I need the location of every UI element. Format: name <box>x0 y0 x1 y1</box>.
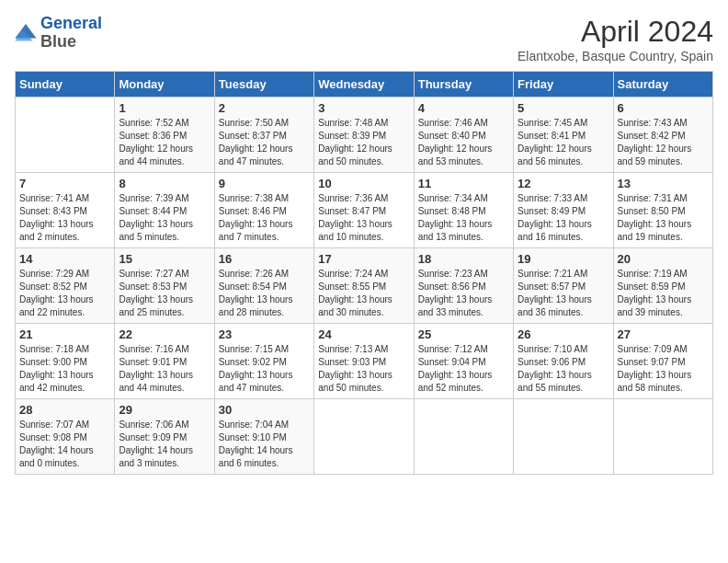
week-row-2: 7 Sunrise: 7:41 AMSunset: 8:43 PMDayligh… <box>16 173 713 248</box>
day-number: 14 <box>19 252 110 266</box>
day-cell: 30 Sunrise: 7:04 AMSunset: 9:10 PMDaylig… <box>214 399 313 475</box>
day-number: 5 <box>518 101 609 115</box>
day-number: 25 <box>418 327 509 341</box>
day-info: Sunrise: 7:23 AMSunset: 8:56 PMDaylight:… <box>418 268 509 319</box>
weekday-header-friday: Friday <box>514 72 613 98</box>
day-number: 28 <box>19 403 110 417</box>
day-cell: 2 Sunrise: 7:50 AMSunset: 8:37 PMDayligh… <box>214 98 313 173</box>
day-cell: 7 Sunrise: 7:41 AMSunset: 8:43 PMDayligh… <box>16 173 115 248</box>
day-cell: 21 Sunrise: 7:18 AMSunset: 9:00 PMDaylig… <box>16 324 115 399</box>
day-cell: 17 Sunrise: 7:24 AMSunset: 8:55 PMDaylig… <box>314 248 414 324</box>
day-cell: 22 Sunrise: 7:16 AMSunset: 9:01 PMDaylig… <box>115 324 214 399</box>
location-title: Elantxobe, Basque Country, Spain <box>518 49 713 63</box>
day-number: 10 <box>318 177 409 190</box>
day-cell <box>414 399 513 475</box>
day-info: Sunrise: 7:04 AMSunset: 9:10 PMDaylight:… <box>219 419 310 470</box>
day-number: 17 <box>318 252 409 266</box>
day-number: 23 <box>219 327 310 341</box>
day-cell: 26 Sunrise: 7:10 AMSunset: 9:06 PMDaylig… <box>514 324 613 399</box>
day-info: Sunrise: 7:45 AMSunset: 8:41 PMDaylight:… <box>518 117 609 168</box>
day-cell: 19 Sunrise: 7:21 AMSunset: 8:57 PMDaylig… <box>514 248 613 324</box>
day-info: Sunrise: 7:10 AMSunset: 9:06 PMDaylight:… <box>518 343 609 395</box>
day-number: 6 <box>618 101 709 115</box>
day-number: 21 <box>19 327 110 341</box>
day-number: 20 <box>618 252 709 266</box>
day-number: 18 <box>418 252 509 266</box>
day-number: 4 <box>418 101 509 115</box>
day-cell <box>514 399 613 475</box>
day-info: Sunrise: 7:29 AMSunset: 8:52 PMDaylight:… <box>19 268 110 319</box>
day-cell: 3 Sunrise: 7:48 AMSunset: 8:39 PMDayligh… <box>314 98 414 173</box>
day-number: 19 <box>518 252 609 266</box>
day-number: 22 <box>119 327 210 341</box>
month-title: April 2024 <box>518 15 713 49</box>
day-number: 9 <box>219 177 310 190</box>
day-info: Sunrise: 7:50 AMSunset: 8:37 PMDaylight:… <box>219 117 310 168</box>
day-cell: 15 Sunrise: 7:27 AMSunset: 8:53 PMDaylig… <box>115 248 214 324</box>
day-info: Sunrise: 7:33 AMSunset: 8:49 PMDaylight:… <box>518 192 609 244</box>
day-number: 3 <box>318 101 409 115</box>
day-cell: 4 Sunrise: 7:46 AMSunset: 8:40 PMDayligh… <box>414 98 513 173</box>
day-cell: 23 Sunrise: 7:15 AMSunset: 9:02 PMDaylig… <box>214 324 313 399</box>
logo: General Blue <box>15 15 102 52</box>
week-row-1: 1 Sunrise: 7:52 AMSunset: 8:36 PMDayligh… <box>16 98 713 173</box>
day-number: 12 <box>518 177 609 190</box>
day-cell: 29 Sunrise: 7:06 AMSunset: 9:09 PMDaylig… <box>115 399 214 475</box>
day-number: 11 <box>418 177 509 190</box>
weekday-header-saturday: Saturday <box>613 72 712 98</box>
day-info: Sunrise: 7:43 AMSunset: 8:42 PMDaylight:… <box>618 117 709 168</box>
day-info: Sunrise: 7:24 AMSunset: 8:55 PMDaylight:… <box>318 268 409 319</box>
day-info: Sunrise: 7:46 AMSunset: 8:40 PMDaylight:… <box>418 117 509 168</box>
logo-line1: General <box>40 14 102 32</box>
day-number: 27 <box>618 327 709 341</box>
day-info: Sunrise: 7:07 AMSunset: 9:08 PMDaylight:… <box>19 419 110 470</box>
day-info: Sunrise: 7:41 AMSunset: 8:43 PMDaylight:… <box>19 192 110 244</box>
day-info: Sunrise: 7:38 AMSunset: 8:46 PMDaylight:… <box>219 192 310 244</box>
day-info: Sunrise: 7:39 AMSunset: 8:44 PMDaylight:… <box>119 192 210 244</box>
day-info: Sunrise: 7:15 AMSunset: 9:02 PMDaylight:… <box>219 343 310 395</box>
day-cell <box>16 98 115 173</box>
day-info: Sunrise: 7:27 AMSunset: 8:53 PMDaylight:… <box>119 268 210 319</box>
day-cell: 12 Sunrise: 7:33 AMSunset: 8:49 PMDaylig… <box>514 173 613 248</box>
day-number: 24 <box>318 327 409 341</box>
day-cell: 24 Sunrise: 7:13 AMSunset: 9:03 PMDaylig… <box>314 324 414 399</box>
logo-line2: Blue <box>40 32 76 51</box>
day-info: Sunrise: 7:09 AMSunset: 9:07 PMDaylight:… <box>618 343 709 395</box>
day-cell: 25 Sunrise: 7:12 AMSunset: 9:04 PMDaylig… <box>414 324 513 399</box>
weekday-header-monday: Monday <box>115 72 214 98</box>
day-cell: 11 Sunrise: 7:34 AMSunset: 8:48 PMDaylig… <box>414 173 513 248</box>
day-cell <box>314 399 414 475</box>
day-cell: 10 Sunrise: 7:36 AMSunset: 8:47 PMDaylig… <box>314 173 414 248</box>
day-info: Sunrise: 7:36 AMSunset: 8:47 PMDaylight:… <box>318 192 409 244</box>
day-cell: 20 Sunrise: 7:19 AMSunset: 8:59 PMDaylig… <box>613 248 712 324</box>
day-cell: 13 Sunrise: 7:31 AMSunset: 8:50 PMDaylig… <box>613 173 712 248</box>
logo-icon <box>15 24 37 42</box>
day-cell: 27 Sunrise: 7:09 AMSunset: 9:07 PMDaylig… <box>613 324 712 399</box>
day-info: Sunrise: 7:12 AMSunset: 9:04 PMDaylight:… <box>418 343 509 395</box>
day-cell <box>613 399 712 475</box>
weekday-header-thursday: Thursday <box>414 72 513 98</box>
day-number: 2 <box>219 101 310 115</box>
weekday-header-row: SundayMondayTuesdayWednesdayThursdayFrid… <box>16 72 713 98</box>
day-info: Sunrise: 7:18 AMSunset: 9:00 PMDaylight:… <box>19 343 110 395</box>
day-cell: 28 Sunrise: 7:07 AMSunset: 9:08 PMDaylig… <box>16 399 115 475</box>
day-cell: 6 Sunrise: 7:43 AMSunset: 8:42 PMDayligh… <box>613 98 712 173</box>
day-cell: 16 Sunrise: 7:26 AMSunset: 8:54 PMDaylig… <box>214 248 313 324</box>
day-number: 26 <box>518 327 609 341</box>
day-info: Sunrise: 7:06 AMSunset: 9:09 PMDaylight:… <box>119 419 210 470</box>
day-number: 1 <box>119 101 210 115</box>
day-number: 15 <box>119 252 210 266</box>
page-header: General Blue April 2024 Elantxobe, Basqu… <box>15 15 713 63</box>
day-info: Sunrise: 7:13 AMSunset: 9:03 PMDaylight:… <box>318 343 409 395</box>
day-info: Sunrise: 7:26 AMSunset: 8:54 PMDaylight:… <box>219 268 310 319</box>
weekday-header-sunday: Sunday <box>16 72 115 98</box>
day-info: Sunrise: 7:16 AMSunset: 9:01 PMDaylight:… <box>119 343 210 395</box>
day-number: 30 <box>219 403 310 417</box>
title-block: April 2024 Elantxobe, Basque Country, Sp… <box>518 15 713 63</box>
day-info: Sunrise: 7:52 AMSunset: 8:36 PMDaylight:… <box>119 117 210 168</box>
day-number: 8 <box>119 177 210 190</box>
day-number: 16 <box>219 252 310 266</box>
day-cell: 1 Sunrise: 7:52 AMSunset: 8:36 PMDayligh… <box>115 98 214 173</box>
day-cell: 18 Sunrise: 7:23 AMSunset: 8:56 PMDaylig… <box>414 248 513 324</box>
weekday-header-tuesday: Tuesday <box>214 72 313 98</box>
